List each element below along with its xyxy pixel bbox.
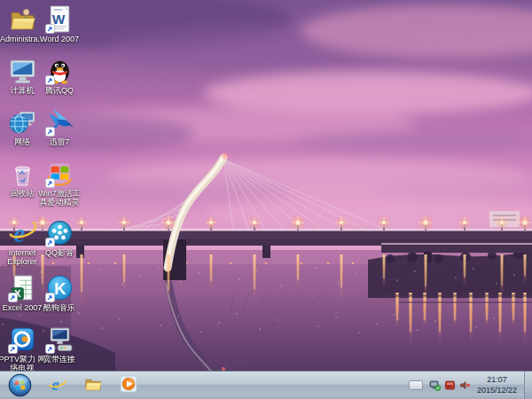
tencent-qq-icon — [45, 56, 74, 85]
svg-text:K: K — [54, 279, 66, 298]
desktop-icon-label: 计算机 — [11, 86, 35, 95]
desktop-icon-label: Word 2007 — [40, 35, 79, 43]
volume-tray-icon[interactable] — [459, 379, 471, 391]
kugou-music-icon: K — [45, 273, 74, 302]
desktop-icon-word-2007[interactable]: WWord 2007 — [33, 4, 86, 43]
desktop-icon-label: QQ影音 — [45, 248, 74, 257]
desktop-icon-label: 迅雷7 — [49, 137, 69, 146]
desktop-area[interactable]: Administra...WWord 2007计算机腾讯QQ网络迅雷7回收站Wi… — [0, 0, 532, 371]
desktop-icon-win7-activator[interactable]: Win7激活工 具爱动精灵 — [33, 159, 86, 207]
desktop-icon-label: Win7激活工 具爱动精灵 — [38, 189, 81, 207]
desktop-icon-xunlei-7[interactable]: 迅雷7 — [33, 107, 86, 146]
broadband-icon — [45, 325, 74, 354]
explorer-taskbar-button[interactable] — [75, 372, 111, 399]
desktop-icon-kugou-music[interactable]: K酷狗音乐 — [33, 273, 86, 312]
wmp-taskbar-icon — [119, 374, 138, 397]
tray-clock[interactable]: 21:07 2015/12/22 — [477, 375, 517, 395]
desktop-icon-label: 回收站 — [11, 189, 35, 198]
show-desktop-button[interactable] — [524, 372, 532, 399]
qq-player-icon — [45, 218, 74, 247]
explorer-taskbar-icon — [83, 374, 103, 397]
clock-time: 21:07 — [477, 375, 517, 385]
svg-text:e: e — [13, 219, 25, 247]
desktop-icon-tencent-qq[interactable]: 腾讯QQ — [33, 56, 86, 95]
desktop-icon-broadband[interactable]: 宽带连接 — [33, 325, 86, 364]
taskbar: e — [0, 371, 532, 399]
svg-text:e: e — [51, 374, 59, 393]
ie-taskbar-button[interactable]: e — [40, 372, 75, 399]
wmp-taskbar-button[interactable] — [111, 372, 146, 399]
desktop-icon-grid: Administra...WWord 2007计算机腾讯QQ网络迅雷7回收站Wi… — [0, 0, 532, 371]
desktop-icon-qq-player[interactable]: QQ影音 — [33, 218, 86, 257]
start-button[interactable] — [4, 372, 35, 399]
desktop-icon-label: 宽带连接 — [43, 355, 75, 364]
desktop-icon-label: 酷狗音乐 — [43, 303, 75, 312]
security-tray-icon[interactable] — [444, 379, 456, 391]
clock-date: 2015/12/22 — [477, 386, 517, 395]
xunlei-7-icon — [45, 107, 74, 137]
desktop-icon-label: 腾讯QQ — [45, 86, 74, 95]
desktop-icon-label: 网络 — [14, 137, 30, 146]
word-2007-icon: W — [45, 4, 74, 34]
ie-taskbar-icon: e — [48, 374, 67, 397]
windows7-desktop: Administra...WWord 2007计算机腾讯QQ网络迅雷7回收站Wi… — [0, 0, 532, 399]
system-tray: 21:07 2015/12/22 — [409, 372, 532, 399]
win7-activator-icon — [45, 159, 74, 188]
ime-language-button[interactable] — [409, 380, 423, 390]
network-tray-icon[interactable] — [429, 379, 441, 391]
